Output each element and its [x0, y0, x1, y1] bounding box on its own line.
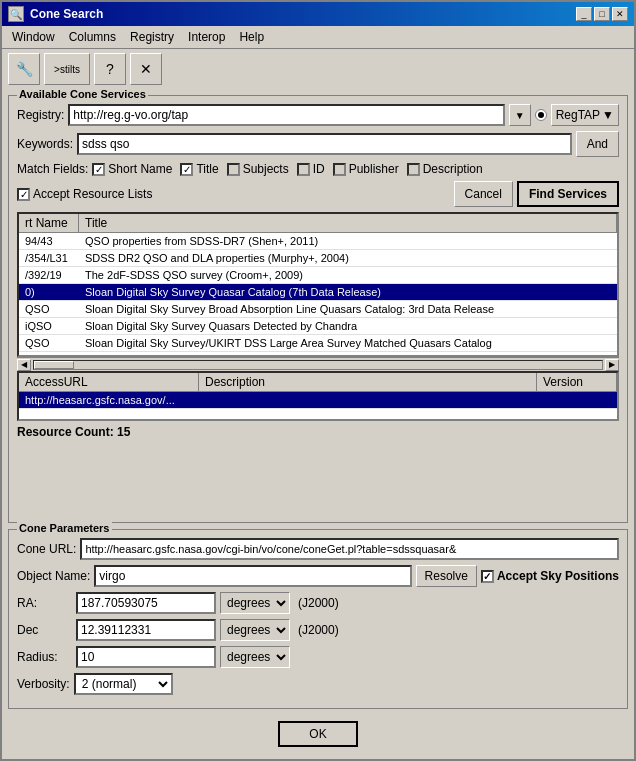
registry-row: Registry: ▼ RegTAP ▼ — [17, 104, 619, 126]
accept-sky-checkbox[interactable]: ✓ — [481, 570, 494, 583]
table-row-selected[interactable]: 0) Sloan Digital Sky Survey Quasar Catal… — [19, 284, 617, 301]
detail-description — [199, 392, 537, 408]
subjects-label: Subjects — [243, 162, 289, 176]
ok-button[interactable]: OK — [278, 721, 358, 747]
resource-count: Resource Count: 15 — [17, 425, 619, 439]
cell-short: QSO — [19, 335, 79, 351]
stilts-button[interactable]: >stilts — [44, 53, 90, 85]
keywords-input[interactable] — [77, 133, 572, 155]
cone-url-label: Cone URL: — [17, 542, 76, 556]
object-name-input[interactable] — [94, 565, 411, 587]
cell-title: QSO properties from SDSS-DR7 (Shen+, 201… — [79, 233, 617, 249]
menu-registry[interactable]: Registry — [124, 28, 180, 46]
title-checkbox[interactable]: ✓ — [180, 163, 193, 176]
resolve-button[interactable]: Resolve — [416, 565, 477, 587]
table-row[interactable]: QSO Sloan Digital Sky Survey Broad Absor… — [19, 301, 617, 318]
cancel-button[interactable]: Cancel — [454, 181, 513, 207]
menu-help[interactable]: Help — [233, 28, 270, 46]
table-row[interactable]: 94/43 QSO properties from SDSS-DR7 (Shen… — [19, 233, 617, 250]
subjects-checkbox[interactable] — [227, 163, 240, 176]
publisher-checkbox[interactable] — [333, 163, 346, 176]
accept-resource-item[interactable]: ✓ Accept Resource Lists — [17, 187, 152, 201]
scrollbar-track[interactable] — [33, 360, 603, 370]
ra-unit-select[interactable]: degrees radians — [220, 592, 290, 614]
and-button[interactable]: And — [576, 131, 619, 157]
window-title: Cone Search — [30, 7, 570, 21]
cell-short: 0) — [19, 284, 79, 300]
cone-url-input[interactable] — [80, 538, 619, 560]
available-services-group: Available Cone Services Registry: ▼ RegT… — [8, 95, 628, 523]
services-table-wrap: rt Name Title 94/43 QSO properties from … — [17, 212, 619, 514]
match-fields-row: Match Fields: ✓ Short Name ✓ Title Subje… — [17, 162, 619, 176]
id-label: ID — [313, 162, 325, 176]
cell-title: Sloan Digital Sky Survey Quasars Detecte… — [79, 318, 617, 334]
menu-bar: Window Columns Registry Interop Help — [2, 26, 634, 49]
radius-row: Radius: degrees arcmin arcsec — [17, 646, 619, 668]
keywords-row: Keywords: And — [17, 131, 619, 157]
title-label: Title — [196, 162, 218, 176]
short-name-label: Short Name — [108, 162, 172, 176]
services-table[interactable]: rt Name Title 94/43 QSO properties from … — [17, 212, 619, 357]
minimize-btn[interactable]: _ — [576, 7, 592, 21]
accept-resource-label: Accept Resource Lists — [33, 187, 152, 201]
scrollbar-thumb[interactable] — [34, 361, 74, 369]
cell-short: QSO — [19, 301, 79, 317]
cell-title: The 2dF-SDSS QSO survey (Croom+, 2009) — [79, 267, 617, 283]
registry-input[interactable] — [68, 104, 504, 126]
scroll-right-btn[interactable]: ▶ — [605, 359, 619, 371]
scroll-left-btn[interactable]: ◀ — [17, 359, 31, 371]
tool-button[interactable]: 🔧 — [8, 53, 40, 85]
dec-epoch: (J2000) — [298, 623, 339, 637]
find-services-button[interactable]: Find Services — [517, 181, 619, 207]
title-checkbox-item[interactable]: ✓ Title — [180, 162, 218, 176]
match-fields-label: Match Fields: — [17, 162, 88, 176]
window-icon: 🔍 — [8, 6, 24, 22]
detail-row[interactable]: http://heasarc.gsfc.nasa.gov/... — [19, 392, 617, 409]
menu-window[interactable]: Window — [6, 28, 61, 46]
registry-label: Registry: — [17, 108, 64, 122]
radius-unit-select[interactable]: degrees arcmin arcsec — [220, 646, 290, 668]
table-row[interactable]: iQSO Sloan Digital Sky Survey Quasars De… — [19, 318, 617, 335]
table-row[interactable]: /392/19 The 2dF-SDSS QSO survey (Croom+,… — [19, 267, 617, 284]
detail-table-header: AccessURL Description Version — [19, 373, 617, 392]
menu-interop[interactable]: Interop — [182, 28, 231, 46]
description-checkbox[interactable] — [407, 163, 420, 176]
menu-columns[interactable]: Columns — [63, 28, 122, 46]
toolbar: 🔧 >stilts ? ✕ — [2, 49, 634, 89]
regtap-button[interactable]: RegTAP ▼ — [551, 104, 619, 126]
detail-table-body[interactable]: http://heasarc.gsfc.nasa.gov/... — [19, 392, 617, 409]
detail-access-url: http://heasarc.gsfc.nasa.gov/... — [19, 392, 199, 408]
maximize-btn[interactable]: □ — [594, 7, 610, 21]
ra-input[interactable] — [76, 592, 216, 614]
registry-dropdown-btn[interactable]: ▼ — [509, 104, 531, 126]
regtap-radio[interactable] — [535, 109, 547, 121]
table-row[interactable]: /354/L31 SDSS DR2 QSO and DLA properties… — [19, 250, 617, 267]
id-checkbox[interactable] — [297, 163, 310, 176]
accept-resource-checkbox[interactable]: ✓ — [17, 188, 30, 201]
publisher-checkbox-item[interactable]: Publisher — [333, 162, 399, 176]
title-bar: 🔍 Cone Search _ □ ✕ — [2, 2, 634, 26]
description-checkbox-item[interactable]: Description — [407, 162, 483, 176]
table-row[interactable]: QSO Sloan Digital Sky Survey/UKIRT DSS L… — [19, 335, 617, 352]
ra-epoch: (J2000) — [298, 596, 339, 610]
header-access-url: AccessURL — [19, 373, 199, 391]
close-toolbar-button[interactable]: ✕ — [130, 53, 162, 85]
header-description: Description — [199, 373, 537, 391]
radius-input[interactable] — [76, 646, 216, 668]
match-fields-checkboxes: ✓ Short Name ✓ Title Subjects ID — [92, 162, 482, 176]
dec-unit-select[interactable]: degrees radians — [220, 619, 290, 641]
subjects-checkbox-item[interactable]: Subjects — [227, 162, 289, 176]
dec-row: Dec degrees radians (J2000) — [17, 619, 619, 641]
detail-table[interactable]: AccessURL Description Version http://hea… — [17, 371, 619, 421]
header-short-name: rt Name — [19, 214, 79, 232]
verbosity-select[interactable]: 2 (normal) 1 (minimal) 3 (maximum) — [74, 673, 173, 695]
id-checkbox-item[interactable]: ID — [297, 162, 325, 176]
short-name-checkbox[interactable]: ✓ — [92, 163, 105, 176]
horizontal-scrollbar[interactable]: ◀ ▶ — [17, 357, 619, 371]
short-name-checkbox-item[interactable]: ✓ Short Name — [92, 162, 172, 176]
cone-params-label: Cone Parameters — [17, 522, 112, 534]
help-button[interactable]: ? — [94, 53, 126, 85]
dec-input[interactable] — [76, 619, 216, 641]
close-btn[interactable]: ✕ — [612, 7, 628, 21]
table-body[interactable]: 94/43 QSO properties from SDSS-DR7 (Shen… — [19, 233, 617, 357]
